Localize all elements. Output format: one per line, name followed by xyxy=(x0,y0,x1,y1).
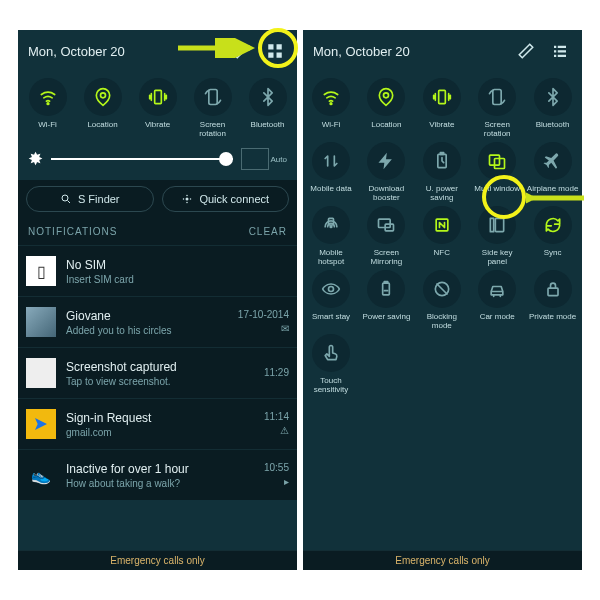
toggle-label: Private mode xyxy=(529,312,576,330)
toggle-nfc[interactable]: NFC xyxy=(416,206,468,266)
toggle-location[interactable]: Location xyxy=(77,78,129,138)
toggle-blocking[interactable]: Blocking mode xyxy=(416,270,468,330)
toggle-vibrate[interactable]: Vibrate xyxy=(416,78,468,138)
clear-button[interactable]: CLEAR xyxy=(249,226,287,237)
toggle-vibrate[interactable]: Vibrate xyxy=(132,78,184,138)
svg-rect-1 xyxy=(277,44,282,49)
vibrate-icon xyxy=(423,78,461,116)
svg-point-8 xyxy=(62,195,68,201)
brightness-slider[interactable] xyxy=(51,158,233,160)
toggle-label: Location xyxy=(87,120,117,138)
edit-icon[interactable] xyxy=(229,39,253,63)
svg-point-5 xyxy=(100,93,105,98)
svg-rect-33 xyxy=(491,218,494,231)
location-icon xyxy=(367,78,405,116)
toggle-sync[interactable]: Sync xyxy=(527,206,579,266)
svg-point-12 xyxy=(187,195,189,197)
toggle-label: Mobile data xyxy=(310,184,351,202)
blocking-icon xyxy=(423,270,461,308)
toggle-label: Screen rotation xyxy=(471,120,523,138)
notif-title: No SIM xyxy=(66,258,289,272)
left-notification-panel: Mon, October 20 Wi-FiLocationVibrateScre… xyxy=(18,30,297,570)
svg-point-13 xyxy=(187,202,189,204)
toggle-private[interactable]: Private mode xyxy=(527,270,579,330)
airplane-icon xyxy=(534,142,572,180)
toggle-bluetooth[interactable]: Bluetooth xyxy=(242,78,294,138)
svg-rect-23 xyxy=(493,90,501,105)
toggle-label: Blocking mode xyxy=(416,312,468,330)
toggle-upower[interactable]: U. power saving xyxy=(416,142,468,202)
notif-subtitle: Tap to view screenshot. xyxy=(66,376,264,387)
mirroring-icon xyxy=(367,206,405,244)
toggle-multiwindow[interactable]: Multi window xyxy=(471,142,523,202)
brightness-row: ✸ Auto xyxy=(18,140,297,180)
toggle-booster[interactable]: Download booster xyxy=(360,142,412,202)
right-quicksettings-panel: Mon, October 20 Wi-FiLocationVibrateScre… xyxy=(303,30,582,570)
svg-point-10 xyxy=(183,198,185,200)
notification-item[interactable]: Screenshot capturedTap to view screensho… xyxy=(18,347,297,398)
svg-point-28 xyxy=(330,226,332,228)
notification-item[interactable]: Sign-in Requestgmail.com11:14⚠ xyxy=(18,398,297,449)
wifi-icon xyxy=(312,78,350,116)
header: Mon, October 20 xyxy=(18,30,297,72)
toggle-label: Wi-Fi xyxy=(38,120,57,138)
toggle-label: Bluetooth xyxy=(536,120,570,138)
toggle-rotation[interactable]: Screen rotation xyxy=(471,78,523,138)
booster-icon xyxy=(367,142,405,180)
svg-rect-15 xyxy=(558,46,566,48)
touch-icon xyxy=(312,334,350,372)
upower-icon xyxy=(423,142,461,180)
notification-item[interactable]: GiovaneAdded you to his circles17-10-201… xyxy=(18,296,297,347)
toggle-wifi[interactable]: Wi-Fi xyxy=(22,78,74,138)
svg-rect-39 xyxy=(548,288,558,296)
toggle-sidekey[interactable]: Side key panel xyxy=(471,206,523,266)
quick-toggle-row: Wi-FiLocationVibrateScreen rotationBluet… xyxy=(18,72,297,140)
toggle-wifi[interactable]: Wi-Fi xyxy=(305,78,357,138)
notif-subtitle: How about taking a walk? xyxy=(66,478,264,489)
svg-rect-14 xyxy=(554,46,556,48)
notification-item[interactable]: 👟Inactive for over 1 hourHow about takin… xyxy=(18,449,297,500)
toggle-smartstay[interactable]: Smart stay xyxy=(305,270,357,330)
auto-label: Auto xyxy=(271,155,287,164)
toggle-label: Bluetooth xyxy=(251,120,285,138)
toggle-psaving[interactable]: Power saving xyxy=(360,270,412,330)
date-text: Mon, October 20 xyxy=(28,44,125,59)
notif-meta: 17-10-2014✉ xyxy=(238,308,289,336)
svg-rect-36 xyxy=(383,283,390,295)
toggle-location[interactable]: Location xyxy=(360,78,412,138)
svg-rect-2 xyxy=(268,53,273,58)
toggle-label: Smart stay xyxy=(312,312,350,330)
toggle-label: Touch sensitivity xyxy=(305,376,357,394)
svg-rect-25 xyxy=(440,153,443,155)
mobiledata-icon xyxy=(312,142,350,180)
quick-connect-button[interactable]: Quick connect xyxy=(162,186,290,212)
date-text: Mon, October 20 xyxy=(313,44,410,59)
notification-item[interactable]: ▯No SIMInsert SIM card xyxy=(18,245,297,296)
toggle-label: NFC xyxy=(434,248,450,266)
notif-title: Screenshot captured xyxy=(66,360,264,374)
toggle-hotspot[interactable]: Mobile hotspot xyxy=(305,206,357,266)
notifications-list: ▯No SIMInsert SIM cardGiovaneAdded you t… xyxy=(18,245,297,500)
notif-title: Inactive for over 1 hour xyxy=(66,462,264,476)
svg-point-11 xyxy=(190,198,192,200)
toggle-airplane[interactable]: Airplane mode xyxy=(527,142,579,202)
list-toggle-icon[interactable] xyxy=(548,39,572,63)
grid-toggle-icon[interactable] xyxy=(263,39,287,63)
toggle-mobiledata[interactable]: Mobile data xyxy=(305,142,357,202)
toggle-rotation[interactable]: Screen rotation xyxy=(187,78,239,138)
health-icon: 👟 xyxy=(26,460,56,490)
notif-meta: 11:14⚠ xyxy=(264,410,289,438)
toggle-label: Download booster xyxy=(360,184,412,202)
toggle-label: Mobile hotspot xyxy=(305,248,357,266)
edit-icon[interactable] xyxy=(514,39,538,63)
auto-brightness-checkbox[interactable] xyxy=(241,148,269,170)
toggle-label: Power saving xyxy=(362,312,410,330)
toggle-car[interactable]: Car mode xyxy=(471,270,523,330)
toggle-mirroring[interactable]: Screen Mirroring xyxy=(360,206,412,266)
toggle-bluetooth[interactable]: Bluetooth xyxy=(527,78,579,138)
private-icon xyxy=(534,270,572,308)
notif-subtitle: gmail.com xyxy=(66,427,264,438)
vibrate-icon xyxy=(139,78,177,116)
toggle-touch[interactable]: Touch sensitivity xyxy=(305,334,357,394)
s-finder-button[interactable]: S Finder xyxy=(26,186,154,212)
